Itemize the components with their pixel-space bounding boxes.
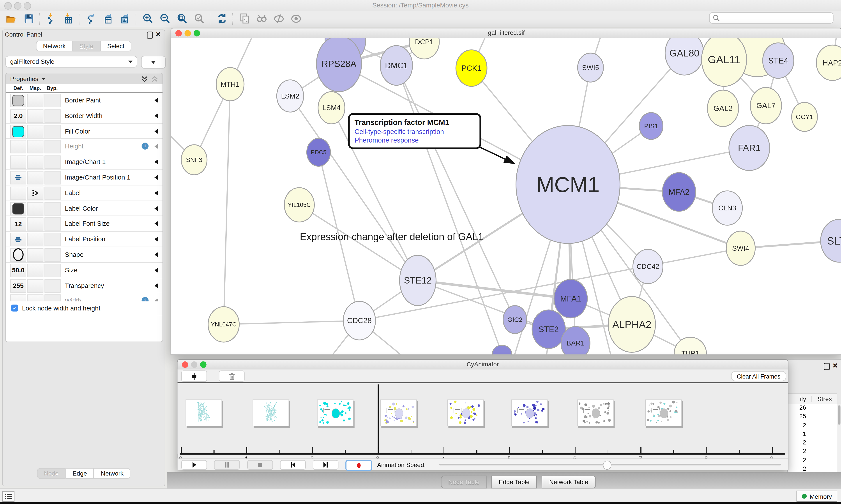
annotation-link[interactable]: Pheromone response xyxy=(355,137,475,144)
mapping-cell[interactable] xyxy=(28,202,43,215)
zoom-in-button[interactable] xyxy=(141,12,156,26)
annotation-box[interactable]: Transcription factor MCM1 Cell-type-spec… xyxy=(348,113,481,149)
frame-thumbnail-4[interactable] xyxy=(380,399,417,426)
bypass-cell[interactable] xyxy=(44,264,60,277)
mapping-cell[interactable] xyxy=(28,264,43,277)
frame-thumbnail-8[interactable] xyxy=(645,399,682,426)
annotation-link[interactable]: Cell-type-specific transcription xyxy=(355,128,475,136)
default-value-cell[interactable] xyxy=(10,156,26,169)
skip-end-button[interactable] xyxy=(313,460,339,470)
delete-frame-button[interactable] xyxy=(219,371,245,382)
add-frame-button[interactable] xyxy=(181,371,207,382)
mapping-cell[interactable] xyxy=(28,140,43,154)
default-value-cell[interactable] xyxy=(10,233,26,246)
copy-view-button[interactable] xyxy=(237,12,252,26)
tab-node-table[interactable]: Node Table xyxy=(441,475,487,488)
expand-row-icon[interactable] xyxy=(155,252,158,257)
column-header[interactable]: ity xyxy=(788,396,806,402)
property-row-transparency[interactable]: 255Transparency xyxy=(6,278,162,293)
bypass-cell[interactable] xyxy=(44,217,60,231)
property-row-height[interactable]: Heighti xyxy=(6,139,162,155)
network-window-titlebar[interactable]: galFiltered.sif xyxy=(171,29,841,39)
mapping-cell[interactable] xyxy=(28,94,43,107)
default-value-cell[interactable]: 255 xyxy=(10,279,26,292)
close-panel-icon[interactable]: ✕ xyxy=(156,31,161,38)
expand-row-icon[interactable] xyxy=(155,144,158,149)
expand-row-icon[interactable] xyxy=(155,221,158,227)
slider-thumb[interactable] xyxy=(603,461,611,470)
table-row[interactable]: 2 xyxy=(788,457,837,466)
expand-row-icon[interactable] xyxy=(155,283,158,288)
bypass-cell[interactable] xyxy=(44,279,60,292)
property-row-image-chart-1[interactable]: Image/Chart 1 xyxy=(6,155,162,170)
default-value-cell[interactable] xyxy=(10,171,26,184)
table-row[interactable]: 25 xyxy=(788,413,837,422)
bypass-cell[interactable] xyxy=(44,125,60,138)
style-options-button[interactable] xyxy=(141,56,166,69)
properties-header[interactable]: Properties xyxy=(6,74,162,84)
close-panel-icon[interactable]: ✕ xyxy=(833,362,838,370)
bypass-cell[interactable] xyxy=(44,140,60,154)
default-value-cell[interactable]: 50.0 xyxy=(10,264,26,277)
network-edge[interactable] xyxy=(223,84,230,324)
mapping-cell[interactable] xyxy=(28,156,43,169)
property-row-border-width[interactable]: 2.0Border Width xyxy=(6,108,162,124)
bypass-cell[interactable] xyxy=(44,186,60,200)
task-history-button[interactable] xyxy=(2,491,15,502)
property-row-label-color[interactable]: Label Color xyxy=(6,201,162,216)
minimize-icon[interactable] xyxy=(191,361,197,368)
mapping-cell[interactable] xyxy=(28,233,43,246)
info-icon[interactable]: i xyxy=(142,143,149,150)
expand-row-icon[interactable] xyxy=(155,98,158,103)
expand-row-icon[interactable] xyxy=(155,159,158,165)
collapse-all-icon[interactable] xyxy=(151,75,158,82)
tab-edge[interactable]: Edge xyxy=(66,468,94,479)
network-canvas[interactable]: DCP1RPS28ADMC1PCK1SWI5GAL80GAL11STE4HAP2… xyxy=(171,38,841,355)
mapping-cell[interactable] xyxy=(28,217,43,231)
property-row-label-position[interactable]: Label Position xyxy=(6,232,162,247)
zoom-icon[interactable] xyxy=(194,30,200,36)
frame-thumbnail-1[interactable] xyxy=(185,399,222,426)
default-value-cell[interactable] xyxy=(10,94,26,107)
tab-style[interactable]: Style xyxy=(72,41,100,51)
close-icon[interactable] xyxy=(175,30,182,36)
bypass-cell[interactable] xyxy=(44,202,60,215)
export-image-button[interactable] xyxy=(118,12,133,26)
property-row-shape[interactable]: Shape xyxy=(6,247,162,263)
scrollbar-thumb[interactable] xyxy=(838,405,840,425)
expand-row-icon[interactable] xyxy=(155,205,158,211)
bypass-cell[interactable] xyxy=(44,248,60,262)
table-row[interactable]: 2 xyxy=(788,448,837,457)
play-button[interactable] xyxy=(181,460,207,470)
memory-button[interactable]: Memory xyxy=(797,491,837,502)
stop-button[interactable] xyxy=(247,460,273,470)
network-node-c[interactable] xyxy=(492,345,512,355)
export-network-button[interactable] xyxy=(84,12,99,26)
property-row-label[interactable]: Label xyxy=(6,185,162,201)
expand-all-icon[interactable] xyxy=(141,75,148,82)
table-row[interactable]: 26 xyxy=(788,404,837,413)
playhead[interactable] xyxy=(378,384,379,449)
zoom-out-button[interactable] xyxy=(158,12,173,26)
close-icon[interactable] xyxy=(182,361,188,368)
import-network-button[interactable] xyxy=(44,12,59,26)
skip-start-button[interactable] xyxy=(280,460,306,470)
column-header[interactable]: Stres xyxy=(811,396,832,402)
cyanimator-titlebar[interactable]: CyAnimator xyxy=(178,360,788,370)
frame-timeline[interactable]: Seconds 0123456789 xyxy=(178,383,788,454)
lock-size-row[interactable]: ✓Lock node width and height xyxy=(6,302,162,316)
default-value-cell[interactable] xyxy=(10,186,26,200)
frame-thumbnail-7[interactable] xyxy=(577,399,614,426)
default-value-cell[interactable] xyxy=(10,202,26,215)
expand-row-icon[interactable] xyxy=(155,267,158,273)
zoom-selected-button[interactable] xyxy=(192,12,207,26)
frame-thumbnail-2[interactable] xyxy=(252,399,289,426)
mapping-cell[interactable] xyxy=(28,171,43,184)
property-row-label-font-size[interactable]: 12Label Font Size xyxy=(6,216,162,232)
bypass-cell[interactable] xyxy=(44,94,60,107)
expand-row-icon[interactable] xyxy=(155,190,158,196)
tab-network[interactable]: Network xyxy=(36,41,72,51)
expand-row-icon[interactable] xyxy=(155,236,158,242)
frame-thumbnail-6[interactable] xyxy=(511,399,548,426)
mapping-cell[interactable] xyxy=(28,248,43,262)
